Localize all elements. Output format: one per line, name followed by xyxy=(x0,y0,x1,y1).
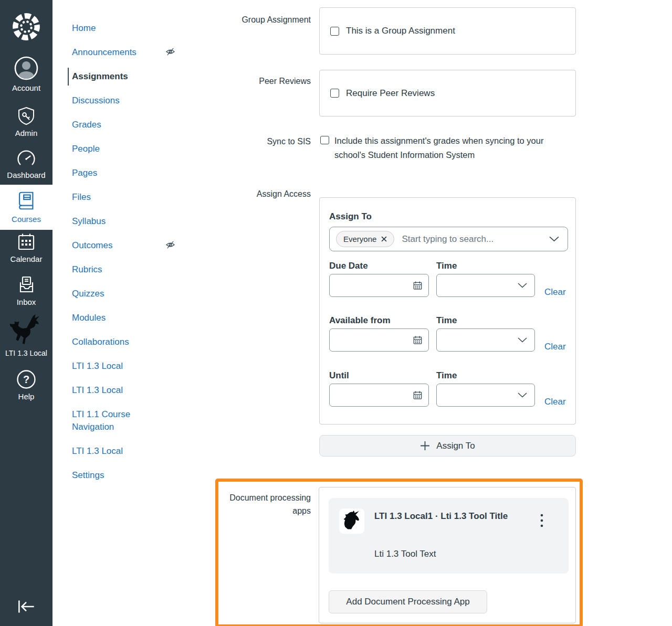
available-time-select[interactable] xyxy=(436,328,535,352)
calendar-small-icon[interactable] xyxy=(413,390,423,400)
course-nav-lti13-local-3[interactable]: LTI 1.3 Local xyxy=(72,445,166,458)
course-nav-syllabus[interactable]: Syllabus xyxy=(72,215,166,228)
assign-to-heading: Assign To xyxy=(329,211,372,222)
global-nav-inbox[interactable]: Inbox xyxy=(0,275,52,306)
global-nav-sidebar: Account Admin Dashboard xyxy=(0,0,52,626)
group-assignment-checkbox[interactable] xyxy=(330,27,339,36)
collapse-sidebar-button[interactable] xyxy=(0,598,52,615)
book-icon xyxy=(15,190,37,212)
global-nav-label: LTI 1.3 Local xyxy=(5,349,47,357)
until-date-input[interactable] xyxy=(329,384,429,407)
course-nav-label: Files xyxy=(72,192,91,202)
due-date-input[interactable] xyxy=(329,274,429,297)
global-nav-label: Courses xyxy=(12,215,41,224)
calendar-icon xyxy=(16,232,37,252)
course-nav-people[interactable]: People xyxy=(72,143,166,155)
avatar-icon xyxy=(14,56,39,81)
course-nav-pages[interactable]: Pages xyxy=(72,167,166,179)
question-circle-icon: ? xyxy=(16,369,36,389)
collapse-arrow-icon xyxy=(15,598,37,615)
course-nav-outcomes[interactable]: Outcomes xyxy=(72,239,166,252)
inbox-tray-icon xyxy=(16,275,37,295)
available-from-clear-link[interactable]: Clear xyxy=(544,342,566,352)
group-assignment-row-label: Group Assignment xyxy=(220,13,311,26)
assign-to-search-input[interactable] xyxy=(402,234,542,245)
calendar-small-icon[interactable] xyxy=(413,281,423,291)
shield-key-icon xyxy=(16,106,36,126)
course-nav-label: Grades xyxy=(72,120,101,130)
course-nav-collaborations[interactable]: Collaborations xyxy=(72,336,166,348)
course-nav-grades[interactable]: Grades xyxy=(72,119,166,131)
global-nav-help[interactable]: ? Help xyxy=(0,369,52,401)
course-nav-assignments[interactable]: Assignments xyxy=(72,70,166,83)
course-nav-lti13-local-2[interactable]: LTI 1.3 Local xyxy=(72,384,166,397)
chevron-down-icon[interactable] xyxy=(518,283,527,288)
course-nav-label: Assignments xyxy=(72,71,128,81)
available-from-input[interactable] xyxy=(329,328,429,352)
global-nav-label: Admin xyxy=(15,129,38,137)
course-nav-menu: Home Announcements Assignments Discussio… xyxy=(72,22,193,493)
course-nav-label: Syllabus xyxy=(72,216,106,226)
peer-reviews-checkbox[interactable] xyxy=(330,89,339,98)
course-nav-quizzes[interactable]: Quizzes xyxy=(72,288,166,300)
canvas-logo[interactable] xyxy=(0,12,52,42)
assignee-tag-everyone[interactable]: Everyone xyxy=(336,231,394,247)
plus-icon xyxy=(420,441,430,451)
sync-to-sis-row-label: Sync to SIS xyxy=(220,135,311,148)
document-processing-row-label: Document processing apps xyxy=(220,491,311,517)
assign-to-combobox[interactable]: Everyone xyxy=(329,227,568,251)
course-nav-label: Discussions xyxy=(72,96,120,105)
due-time-select[interactable] xyxy=(436,274,535,297)
course-nav-discussions[interactable]: Discussions xyxy=(72,94,166,107)
until-time-label: Time xyxy=(436,370,457,381)
available-from-label: Available from xyxy=(329,315,391,326)
global-nav-lti-local[interactable]: LTI 1.3 Local xyxy=(0,314,52,357)
sync-to-sis-checkbox[interactable] xyxy=(320,136,329,144)
course-nav-label: LTI 1.3 Local xyxy=(72,361,123,371)
peer-reviews-panel: Require Peer Reviews xyxy=(319,70,576,116)
canvas-assignment-edit-page: Account Admin Dashboard xyxy=(0,0,672,626)
course-nav-rubrics[interactable]: Rubrics xyxy=(72,263,166,276)
course-nav-lti13-local-1[interactable]: LTI 1.3 Local xyxy=(72,360,166,373)
app-logo-tile xyxy=(339,508,364,534)
course-nav-label: Outcomes xyxy=(72,240,112,250)
chevron-down-icon[interactable] xyxy=(549,236,559,242)
due-date-label: Due Date xyxy=(329,261,368,271)
group-assignment-panel: This is a Group Assignment xyxy=(319,7,576,55)
course-nav-announcements[interactable]: Announcements xyxy=(72,46,166,59)
course-nav-lti11-course-navigation[interactable]: LTI 1.1 Course Navigation xyxy=(72,408,151,433)
course-nav-modules[interactable]: Modules xyxy=(72,312,166,324)
course-nav-home[interactable]: Home xyxy=(72,22,166,35)
gauge-icon xyxy=(16,149,36,168)
global-nav-dashboard[interactable]: Dashboard xyxy=(0,149,52,179)
course-nav-label: LTI 1.3 Local xyxy=(72,446,123,456)
global-nav-calendar[interactable]: Calendar xyxy=(0,232,52,263)
sync-to-sis-checkbox-label: Include this assignment's grades when sy… xyxy=(334,134,557,162)
global-nav-courses[interactable]: Courses xyxy=(0,185,52,230)
document-processing-card: LTI 1.3 Local1 · Lti 1.3 Tool Title Lti … xyxy=(319,487,576,623)
peer-reviews-row-label: Peer Reviews xyxy=(220,75,311,88)
unicorn-icon xyxy=(341,511,362,532)
due-date-clear-link[interactable]: Clear xyxy=(544,287,566,298)
eye-off-icon xyxy=(165,240,175,253)
until-clear-link[interactable]: Clear xyxy=(544,397,566,407)
kebab-menu-icon[interactable] xyxy=(536,512,548,529)
course-nav-label: Rubrics xyxy=(72,264,102,274)
calendar-small-icon[interactable] xyxy=(413,335,423,345)
global-nav-admin[interactable]: Admin xyxy=(0,106,52,137)
add-document-processing-app-label: Add Document Processing App xyxy=(346,597,469,607)
global-nav-label: Account xyxy=(12,83,40,92)
add-document-processing-app-button[interactable]: Add Document Processing App xyxy=(329,590,487,613)
x-icon[interactable] xyxy=(381,236,387,242)
add-assign-to-button[interactable]: Assign To xyxy=(319,435,576,457)
eye-off-icon xyxy=(165,47,175,60)
course-nav-settings[interactable]: Settings xyxy=(72,469,166,482)
course-nav-label: Modules xyxy=(72,313,106,323)
course-nav-label: Settings xyxy=(72,470,104,480)
course-nav-label: Pages xyxy=(72,168,97,178)
course-nav-files[interactable]: Files xyxy=(72,191,166,204)
until-time-select[interactable] xyxy=(436,384,535,407)
global-nav-account[interactable]: Account xyxy=(0,56,52,92)
chevron-down-icon[interactable] xyxy=(518,392,527,398)
chevron-down-icon[interactable] xyxy=(518,337,527,343)
